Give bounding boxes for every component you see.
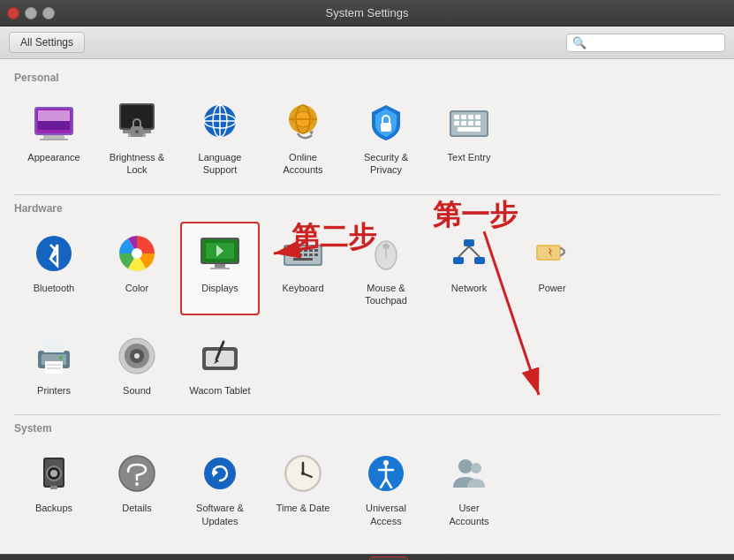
setting-appearance[interactable]: Appearance xyxy=(14,91,94,185)
bluetooth-icon xyxy=(31,231,77,276)
wacom-tablet-label: Wacom Tablet xyxy=(189,384,250,397)
keyboard-label: Keyboard xyxy=(282,282,323,294)
settings-content: Personal Appearance xyxy=(0,59,734,554)
network-label: Network xyxy=(451,282,487,294)
details-icon xyxy=(114,450,160,496)
setting-universal-access[interactable]: UniversalAccess xyxy=(346,442,426,536)
svg-point-89 xyxy=(135,482,139,486)
svg-rect-25 xyxy=(461,115,466,119)
svg-rect-28 xyxy=(454,121,459,125)
setting-printers[interactable]: Printers xyxy=(14,324,94,405)
time-date-icon xyxy=(280,450,326,496)
minimize-button[interactable] xyxy=(25,7,37,19)
svg-rect-60 xyxy=(464,239,474,246)
taskbar-system-settings[interactable] xyxy=(369,556,408,560)
setting-power[interactable]: Power xyxy=(512,222,592,316)
svg-rect-51 xyxy=(293,254,297,256)
brightness-lock-icon xyxy=(114,100,160,146)
taskbar-text-editor[interactable] xyxy=(44,556,83,560)
hardware-grid: Bluetooth Colo xyxy=(14,222,720,316)
universal-access-label: UniversalAccess xyxy=(366,502,406,527)
taskbar-app-installer[interactable]: A xyxy=(288,556,327,560)
setting-text-entry[interactable]: Text Entry xyxy=(429,91,509,185)
svg-point-78 xyxy=(134,353,140,359)
setting-brightness-lock[interactable]: Brightness &Lock xyxy=(97,91,177,185)
taskbar-photos[interactable] xyxy=(166,556,205,560)
setting-software-updates[interactable]: Software &Updates xyxy=(180,442,260,536)
svg-rect-26 xyxy=(468,115,473,119)
svg-rect-61 xyxy=(453,257,464,264)
svg-rect-54 xyxy=(309,254,313,256)
online-accounts-icon xyxy=(280,100,326,146)
svg-rect-87 xyxy=(50,486,57,489)
svg-rect-44 xyxy=(288,249,291,252)
setting-network[interactable]: Network xyxy=(429,222,509,316)
search-icon: 🔍 xyxy=(572,36,586,49)
setting-user-accounts[interactable]: UserAccounts xyxy=(429,442,509,536)
svg-rect-49 xyxy=(314,249,318,252)
text-entry-label: Text Entry xyxy=(448,151,491,163)
printers-icon xyxy=(31,333,77,379)
mouse-touchpad-icon xyxy=(363,231,409,276)
language-support-label: LanguageSupport xyxy=(199,151,242,177)
setting-language-support[interactable]: LanguageSupport xyxy=(180,91,260,185)
setting-bluetooth[interactable]: Bluetooth xyxy=(14,222,94,316)
details-label: Details xyxy=(122,502,152,514)
close-button[interactable] xyxy=(7,7,19,19)
svg-rect-29 xyxy=(461,121,466,125)
mouse-touchpad-label: Mouse &Touchpad xyxy=(365,282,407,307)
svg-rect-66 xyxy=(538,246,559,259)
svg-rect-53 xyxy=(304,254,307,256)
svg-point-74 xyxy=(59,356,63,359)
svg-rect-45 xyxy=(293,249,297,252)
taskbar-presentation[interactable] xyxy=(247,556,286,560)
svg-rect-46 xyxy=(299,249,302,252)
setting-time-date[interactable]: Time & Date xyxy=(263,442,343,536)
svg-point-35 xyxy=(132,248,142,259)
displays-icon xyxy=(197,231,243,276)
setting-security-privacy[interactable]: Security &Privacy xyxy=(346,91,426,185)
setting-online-accounts[interactable]: OnlineAccounts xyxy=(263,91,343,185)
security-privacy-icon xyxy=(363,100,409,146)
setting-wacom-tablet[interactable]: Wacom Tablet xyxy=(180,324,260,405)
search-box: 🔍 xyxy=(566,34,725,52)
svg-rect-30 xyxy=(468,121,473,125)
taskbar-file-manager[interactable] xyxy=(85,556,124,560)
svg-rect-7 xyxy=(121,105,153,128)
taskbar-firefox[interactable] xyxy=(125,556,164,560)
taskbar-amazon[interactable]: a xyxy=(329,556,367,560)
setting-sound[interactable]: Sound xyxy=(97,324,177,405)
svg-rect-24 xyxy=(454,115,459,119)
svg-point-11 xyxy=(135,130,139,133)
taskbar-terminal[interactable]: >_ xyxy=(410,556,449,560)
sound-icon xyxy=(114,333,160,379)
system-divider xyxy=(14,414,720,415)
user-accounts-label: UserAccounts xyxy=(449,502,488,527)
toolbar: All Settings 🔍 xyxy=(0,26,734,59)
svg-rect-72 xyxy=(47,364,61,366)
svg-rect-27 xyxy=(475,115,481,119)
appearance-label: Appearance xyxy=(27,151,79,163)
taskbar-spreadsheet[interactable] xyxy=(207,556,246,560)
online-accounts-label: OnlineAccounts xyxy=(283,151,322,177)
security-privacy-label: Security &Privacy xyxy=(364,151,408,177)
language-support-icon xyxy=(197,100,243,146)
setting-displays[interactable]: Displays xyxy=(180,222,260,316)
setting-color[interactable]: Color xyxy=(97,222,177,316)
setting-mouse-touchpad[interactable]: Mouse &Touchpad xyxy=(346,222,426,316)
setting-details[interactable]: Details xyxy=(97,442,177,536)
taskbar-ubuntu[interactable] xyxy=(4,556,42,560)
search-input[interactable] xyxy=(590,36,719,49)
svg-rect-4 xyxy=(43,135,64,139)
setting-backups[interactable]: Backups xyxy=(14,442,94,536)
svg-rect-55 xyxy=(314,254,318,256)
setting-keyboard[interactable]: Keyboard xyxy=(263,222,343,316)
svg-point-103 xyxy=(458,459,473,473)
svg-rect-5 xyxy=(40,139,68,140)
backups-icon xyxy=(31,450,77,496)
svg-rect-50 xyxy=(288,254,291,256)
all-settings-button[interactable]: All Settings xyxy=(9,32,85,53)
taskbar: A a >_ xyxy=(0,554,734,560)
color-label: Color xyxy=(125,282,148,294)
maximize-button[interactable] xyxy=(42,7,55,19)
